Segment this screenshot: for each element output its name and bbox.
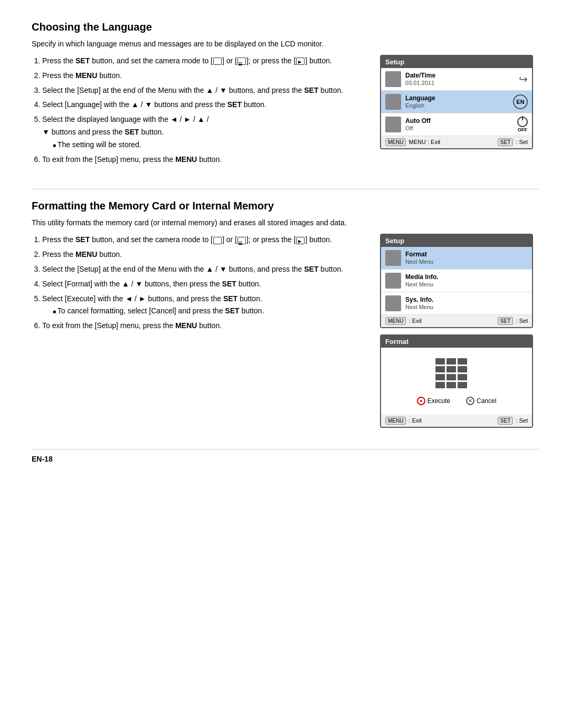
section1-title: Choosing the Language — [32, 21, 538, 33]
row-label-mediainfo: Media Info. — [405, 273, 528, 281]
execute-label: Execute — [428, 397, 450, 405]
step1-4: Select [Language] with the ▲ / ▼ buttons… — [42, 99, 364, 111]
row-label-format: Format — [405, 251, 528, 258]
bullet2-1: To cancel formatting, select [Cancel] an… — [53, 305, 364, 318]
setup-screen-title-1: Setup — [381, 56, 532, 68]
power-off-icon: OFF — [517, 117, 528, 132]
row-label-datetime: Date/Time — [405, 72, 519, 79]
footer-set-2: SET : Set — [498, 317, 528, 325]
row-text-format: Format Next Menu — [405, 251, 528, 265]
row-label-autooff: Auto Off — [405, 117, 517, 124]
footer-exit-text-format: : Exit — [409, 417, 422, 424]
fc14 — [446, 382, 456, 388]
execute-circle-icon: ● — [417, 397, 425, 405]
footer-set-1: SET : Set — [498, 138, 528, 146]
set-btn-label-format: SET — [498, 417, 513, 425]
step1-3: Select the [Setup] at the end of the Men… — [42, 84, 364, 97]
row-icon-datetime — [385, 71, 401, 87]
row-text-datetime: Date/Time 03.01.2011 — [405, 72, 519, 87]
section2-steps: Press the SET button, and set the camera… — [32, 234, 364, 332]
fc1 — [435, 358, 445, 365]
row-icon-format — [385, 250, 401, 266]
step2-3: Select the [Setup] at the end of the Men… — [42, 263, 364, 276]
setup-row-datetime: Date/Time 03.01.2011 ↪ — [381, 68, 532, 91]
step2-6: To exit from the [Setup] menu, press the… — [42, 320, 364, 332]
fc10 — [446, 374, 456, 380]
footer-set-text-2: : Set — [516, 318, 528, 324]
page-number: EN-18 — [32, 455, 53, 463]
setup-screen-1: Setup Date/Time 03.01.2011 ↪ Language En — [380, 55, 533, 149]
step1-2: Press the MENU button. — [42, 70, 364, 82]
step2-1: Press the SET button, and set the camera… — [42, 234, 364, 246]
icon-photo-mode — [213, 58, 222, 65]
step2-4: Select [Format] with the ▲ / ▼ buttons, … — [42, 278, 364, 291]
row-sub-sysinfo: Next Menu — [405, 304, 433, 310]
row-sub-format: Next Menu — [405, 258, 433, 265]
setup-ui-section2: Setup Format Next Menu Media Info. Next … — [380, 234, 538, 428]
footer-exit-text-1: MENU : Exit — [409, 139, 441, 145]
setup-row-language: Language English EN — [381, 91, 532, 113]
row-sub-autooff: Off — [405, 125, 413, 131]
setup-row-autooff: Auto Off Off OFF — [381, 113, 532, 136]
footer-exit-2: MENU : Exit — [385, 317, 422, 325]
set-btn-label-1: SET — [498, 138, 513, 146]
menu-btn-label-format: MENU — [385, 417, 406, 425]
fc13 — [435, 382, 445, 388]
menu-btn-label-1: MENU — [385, 138, 406, 146]
footer-exit-1: MENU MENU : Exit — [385, 138, 440, 146]
footer-exit-text-2: : Exit — [409, 318, 422, 324]
format-footer: MENU : Exit SET : Set — [381, 415, 532, 427]
format-screen: Format — [380, 334, 533, 428]
step1-6: To exit from the [Setup] menu, press the… — [42, 154, 364, 166]
setup-row-sysinfo: Sys. Info. Next Menu — [381, 292, 532, 315]
format-action-buttons: ● Execute ✕ Cancel — [417, 397, 497, 405]
footer-set-format: SET : Set — [498, 417, 528, 425]
fc4 — [469, 358, 478, 365]
fc3 — [458, 358, 467, 365]
step1-5: Select the displayed language with the ◄… — [42, 113, 364, 151]
fc16 — [469, 382, 478, 388]
icon-photo-mode-2 — [213, 237, 222, 244]
setup-row-format: Format Next Menu — [381, 247, 532, 270]
setup-footer-2: MENU : Exit SET : Set — [381, 315, 532, 327]
footer-set-text-1: : Set — [516, 139, 528, 145]
row-text-sysinfo: Sys. Info. Next Menu — [405, 296, 528, 311]
icon-play-mode — [296, 58, 305, 65]
step2-2: Press the MENU button. — [42, 248, 364, 261]
cancel-label: Cancel — [477, 397, 496, 405]
section2-bullets: To cancel formatting, select [Cancel] an… — [42, 305, 364, 318]
row-text-mediainfo: Media Info. Next Menu — [405, 273, 528, 288]
step2-5: Select [Execute] with the ◄ / ► buttons,… — [42, 293, 364, 318]
fc8 — [469, 366, 478, 372]
section-formatting: Formatting the Memory Card or Internal M… — [32, 200, 538, 428]
section1-bullets: The setting will be stored. — [42, 139, 364, 151]
section2-content: Press the SET button, and set the camera… — [32, 234, 538, 428]
setup-ui-section1: Setup Date/Time 03.01.2011 ↪ Language En — [380, 55, 538, 156]
footer-exit-format: MENU : Exit — [385, 417, 422, 425]
step1-1: Press the SET button, and set the camera… — [42, 55, 364, 68]
setup-row-mediainfo: Media Info. Next Menu — [381, 270, 532, 292]
footer-set-text-format: : Set — [516, 417, 528, 424]
fc12 — [469, 374, 478, 380]
page-footer: EN-18 — [32, 449, 538, 463]
section1-content: Press the SET button, and set the camera… — [32, 55, 538, 168]
section1-intro: Specify in which language menus and mess… — [32, 39, 538, 50]
cancel-btn[interactable]: ✕ Cancel — [466, 397, 496, 405]
fc11 — [458, 374, 467, 380]
section-divider — [32, 189, 538, 189]
row-text-autooff: Auto Off Off — [405, 117, 517, 132]
power-circle — [517, 117, 528, 127]
set-btn-label-2: SET — [498, 317, 513, 325]
setup-screen-2: Setup Format Next Menu Media Info. Next … — [380, 234, 533, 328]
setup-screen-title-2: Setup — [381, 235, 532, 247]
fc15 — [458, 382, 467, 388]
icon-video-mode-2: ≡ — [238, 237, 246, 244]
section1-instructions: Press the SET button, and set the camera… — [32, 55, 364, 168]
fc9 — [435, 374, 445, 380]
row-icon-autooff — [385, 117, 401, 132]
section1-steps: Press the SET button, and set the camera… — [32, 55, 364, 166]
en-icon: EN — [513, 94, 528, 109]
section2-title: Formatting the Memory Card or Internal M… — [32, 200, 538, 212]
execute-btn[interactable]: ● Execute — [417, 397, 450, 405]
menu-btn-label-2: MENU — [385, 317, 406, 325]
